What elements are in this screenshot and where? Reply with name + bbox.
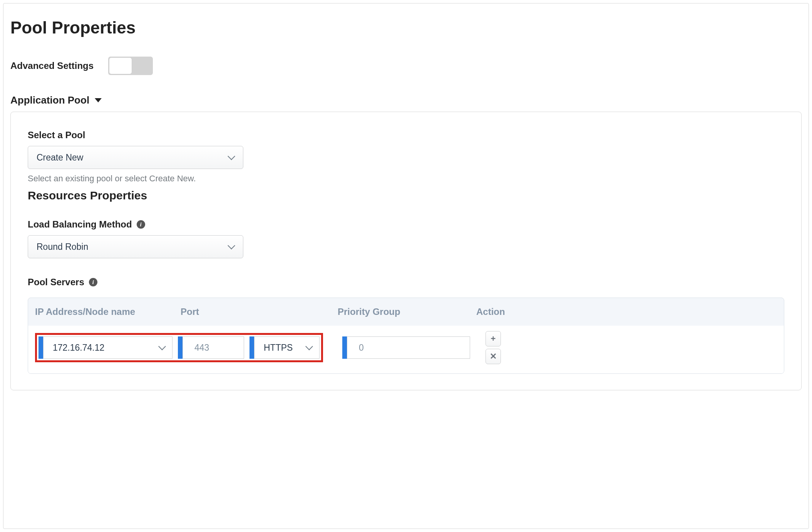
resources-heading: Resources Properties (28, 189, 784, 202)
advanced-settings-label: Advanced Settings (10, 60, 94, 71)
pool-servers-table: IP Address/Node name Port Priority Group… (28, 298, 784, 374)
chevron-down-icon (159, 345, 165, 351)
toggle-knob (109, 58, 132, 74)
blue-bar (178, 336, 182, 359)
add-row-button[interactable]: + (486, 331, 501, 346)
lb-method-dropdown[interactable]: Round Robin (28, 235, 243, 258)
th-action: Action (476, 306, 507, 317)
section-application-pool[interactable]: Application Pool (10, 94, 102, 106)
blue-bar (342, 336, 347, 359)
ip-input[interactable]: 172.16.74.12 (43, 336, 172, 359)
caret-down-icon (95, 98, 102, 102)
select-pool-value: Create New (37, 152, 83, 163)
select-pool-label: Select a Pool (28, 130, 784, 141)
lb-method-label: Load Balancing Method (28, 219, 132, 230)
port-value: 443 (194, 343, 209, 353)
advanced-settings-row: Advanced Settings (10, 57, 802, 75)
remove-row-button[interactable]: ✕ (486, 349, 501, 364)
lb-method-value: Round Robin (37, 242, 88, 252)
info-icon[interactable]: i (137, 220, 145, 229)
page-title: Pool Properties (10, 18, 802, 37)
info-icon[interactable]: i (89, 278, 97, 286)
priority-value: 0 (359, 343, 364, 353)
ip-value: 172.16.74.12 (53, 343, 104, 353)
priority-input[interactable]: 0 (347, 336, 470, 359)
blue-bar (39, 336, 43, 359)
protocol-dropdown[interactable]: HTTPS (254, 336, 320, 359)
pool-properties-card: Pool Properties Advanced Settings Applic… (3, 3, 809, 529)
th-port: Port (181, 306, 338, 317)
lb-method-field: Load Balancing Method i Round Robin (28, 219, 784, 258)
section-title: Application Pool (10, 94, 89, 106)
th-ip: IP Address/Node name (35, 306, 181, 317)
port-cell: 443 (178, 336, 244, 359)
pool-servers-label: Pool Servers (28, 277, 84, 288)
row-highlight: 172.16.74.12 443 HTTPS (35, 333, 323, 362)
priority-cell: 0 (342, 336, 470, 359)
table-row: 172.16.74.12 443 HTTPS (28, 326, 784, 373)
select-pool-helper: Select an existing pool or select Create… (28, 174, 784, 184)
application-pool-panel: Select a Pool Create New Select an exist… (10, 112, 802, 390)
chevron-down-icon (228, 154, 234, 161)
select-pool-field: Select a Pool Create New Select an exist… (28, 130, 784, 184)
select-pool-dropdown[interactable]: Create New (28, 146, 243, 169)
table-header: IP Address/Node name Port Priority Group… (28, 298, 784, 326)
action-cell: + ✕ (486, 331, 501, 364)
th-priority: Priority Group (338, 306, 476, 317)
port-input[interactable]: 443 (182, 336, 244, 359)
blue-bar (249, 336, 254, 359)
protocol-cell: HTTPS (249, 336, 320, 359)
ip-cell: 172.16.74.12 (39, 336, 172, 359)
chevron-down-icon (228, 244, 234, 250)
chevron-down-icon (306, 345, 312, 351)
advanced-settings-toggle[interactable] (108, 57, 153, 75)
protocol-value: HTTPS (264, 343, 293, 353)
